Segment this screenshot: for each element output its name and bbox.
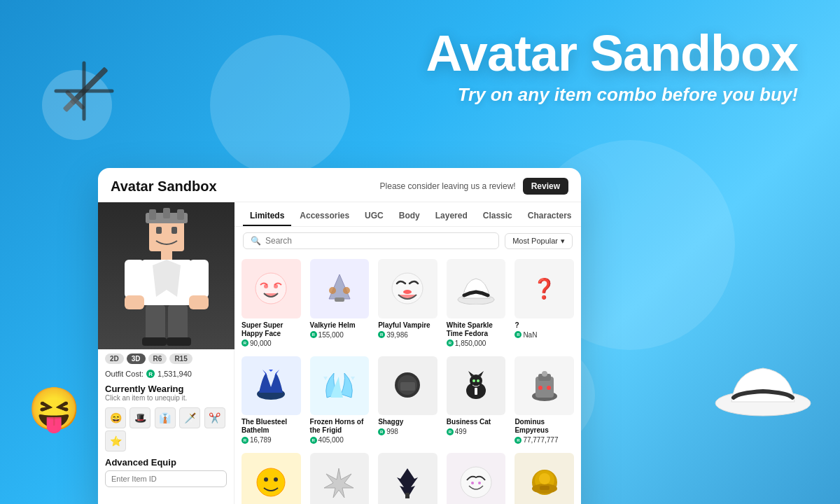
item-card-2[interactable]: Valkyrie Helm R 155,000 [306, 255, 374, 351]
review-area: Please consider leaving us a review! Rev… [380, 178, 568, 195]
price-icon-10: R [514, 437, 522, 444]
tab-ugc[interactable]: UGC [358, 208, 391, 226]
review-button[interactable]: Review [523, 178, 568, 195]
item-price-8: R 998 [378, 428, 438, 435]
svg-marker-58 [324, 468, 354, 498]
price-icon-7: R [310, 437, 317, 444]
deco-fedora-hat [714, 354, 812, 420]
svg-rect-21 [189, 295, 209, 309]
svg-rect-13 [161, 251, 172, 260]
item-thumb-1 [241, 259, 301, 318]
avatar-preview [98, 202, 234, 349]
view-2d-button[interactable]: 2D [105, 354, 124, 364]
svg-point-32 [343, 287, 350, 294]
svg-point-54 [547, 386, 551, 390]
wearing-item-5[interactable]: ✂️ [204, 407, 225, 428]
item-name-6: The Bluesteel Bathelm [241, 418, 301, 435]
item-card-10[interactable]: Dominus Empyreus R 77,777,777 [510, 352, 578, 449]
svg-point-46 [472, 379, 475, 382]
main-subtitle: Try on any item combo before you buy! [426, 84, 798, 106]
item-card-5[interactable]: ❓ ? R NaN [510, 255, 578, 351]
item-card-12[interactable] [306, 449, 374, 504]
wearing-grid: 😄 🎩 👔 🗡️ ✂️ [98, 407, 234, 428]
outfit-cost-label: Outfit Cost: [105, 370, 144, 378]
currently-wearing-section: Currently Wearing Click an item to unequ… [98, 381, 234, 407]
card-header: Avatar Sandbox Please consider leaving u… [98, 168, 581, 202]
equip-input[interactable] [105, 470, 227, 487]
item-card-14[interactable] [442, 449, 510, 504]
item-card-6[interactable]: The Bluesteel Bathelm R 16,789 [237, 352, 305, 449]
svg-rect-19 [189, 260, 209, 298]
header-section: Avatar Sandbox Try on any item combo bef… [426, 28, 798, 106]
tab-body[interactable]: Body [392, 208, 427, 226]
svg-point-53 [538, 386, 542, 390]
svg-rect-59 [405, 493, 410, 498]
wearing-item-4[interactable]: 🗡️ [179, 407, 200, 428]
card-title: Avatar Sandbox [111, 178, 217, 195]
item-thumb-6 [241, 356, 301, 416]
item-card-7[interactable]: Frozen Horns of the Frigid R 405,000 [306, 352, 374, 449]
wearing-item-2[interactable]: 🎩 [130, 407, 150, 428]
item-price-7: R 405,000 [310, 436, 370, 444]
svg-point-52 [542, 371, 547, 377]
main-card: Avatar Sandbox Please consider leaving u… [98, 168, 581, 504]
view-3d-button[interactable]: 3D [127, 354, 146, 364]
wearing-item-3[interactable]: 👔 [155, 407, 176, 428]
svg-point-56 [264, 477, 268, 482]
item-card-1[interactable]: Super Super Happy Face R 90,000 [237, 255, 305, 351]
view-r15-button[interactable]: R15 [169, 354, 192, 364]
svg-rect-18 [125, 260, 144, 298]
svg-rect-41 [400, 382, 415, 391]
items-grid: Super Super Happy Face R 90,000 [234, 255, 581, 504]
view-r6-button[interactable]: R6 [148, 354, 167, 364]
svg-rect-20 [125, 295, 144, 309]
tab-limiteds[interactable]: Limiteds [243, 208, 291, 226]
tab-layered[interactable]: Layered [428, 208, 475, 226]
item-card-9[interactable]: Business Cat R 499 [442, 352, 510, 449]
price-icon-2: R [310, 331, 317, 338]
svg-point-47 [477, 379, 479, 382]
tab-accessories[interactable]: Accessories [293, 208, 356, 226]
item-card-11[interactable] [237, 449, 305, 504]
price-icon-6: R [241, 437, 248, 444]
right-panel: Limiteds Accessories UGC Body Layered Cl… [234, 202, 581, 504]
item-price-5: R NaN [514, 331, 574, 339]
item-card-3[interactable]: Playful Vampire R 39,986 [374, 255, 442, 351]
search-row: 🔍 Most Popular ▾ [234, 227, 581, 255]
advanced-equip-section: Advanced Equip [98, 451, 234, 490]
item-thumb-3 [378, 259, 438, 318]
item-card-8[interactable]: Shaggy R 998 [374, 352, 442, 449]
svg-point-26 [255, 273, 286, 304]
price-icon-9: R [447, 428, 454, 435]
sort-label: Most Popular [512, 237, 558, 245]
price-icon-4: R [447, 340, 454, 346]
main-title: Avatar Sandbox [426, 28, 798, 78]
svg-marker-37 [323, 377, 328, 380]
item-card-15[interactable] [510, 449, 578, 504]
svg-rect-11 [156, 227, 162, 234]
search-input[interactable] [265, 236, 491, 246]
tab-characters[interactable]: Characters [521, 208, 579, 226]
item-thumb-14 [447, 453, 506, 504]
svg-point-43 [470, 374, 482, 387]
search-box: 🔍 [243, 232, 499, 249]
item-price-1: R 90,000 [241, 340, 301, 347]
svg-rect-67 [540, 486, 550, 490]
item-card-4[interactable]: White Sparkle Time Fedora R 1,850,000 [442, 255, 510, 351]
item-card-13[interactable] [374, 449, 442, 504]
item-thumb-11 [241, 453, 301, 504]
sort-button[interactable]: Most Popular ▾ [505, 233, 573, 249]
outfit-cost: Outfit Cost: R 1,531,940 [98, 368, 234, 381]
price-icon-3: R [378, 331, 385, 338]
deco-sword-icon [49, 56, 119, 126]
outfit-cost-amount: 1,531,940 [158, 370, 192, 378]
svg-point-61 [471, 482, 474, 484]
wearing-item-6[interactable]: ⭐ [105, 430, 126, 451]
currently-wearing-subtitle: Click an item to unequip it. [105, 394, 227, 402]
wearing-item-1[interactable]: 😄 [105, 407, 126, 428]
tab-classic[interactable]: Classic [476, 208, 519, 226]
card-body: 2D 3D R6 R15 Outfit Cost: R 1,531,940 Cu… [98, 202, 581, 504]
item-name-4: White Sparkle Time Fedora [447, 321, 506, 338]
item-name-1: Super Super Happy Face [241, 321, 301, 338]
price-amount-3: 39,986 [386, 331, 408, 339]
